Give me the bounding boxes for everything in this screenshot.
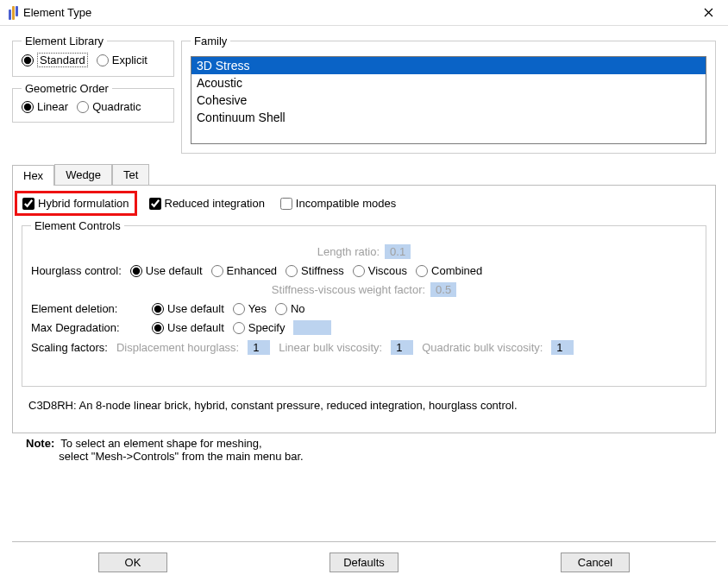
length-ratio-value: 0.1 xyxy=(385,244,411,259)
note: Note: To select an element shape for mes… xyxy=(26,437,702,463)
radio-linear[interactable]: Linear xyxy=(22,100,68,113)
sf-linear-value: 1 xyxy=(391,340,413,355)
check-incompatible[interactable]: Incompatible modes xyxy=(280,197,396,210)
sf-linear-label: Linear bulk viscosity: xyxy=(279,341,382,354)
radio-del-default[interactable]: Use default xyxy=(152,302,224,315)
radio-del-no[interactable]: No xyxy=(275,302,305,315)
geometric-order-group: Geometric Order Linear Quadratic xyxy=(12,82,174,123)
note-line1: To select an element shape for meshing, xyxy=(60,437,261,450)
svwf-label: Stiffness-viscous weight factor: xyxy=(272,283,425,296)
element-library-group: Element Library Standard Explicit xyxy=(12,35,174,77)
radio-del-yes[interactable]: Yes xyxy=(233,302,267,315)
tab-tet[interactable]: Tet xyxy=(112,164,149,185)
family-legend: Family xyxy=(191,35,230,47)
scaling-label: Scaling factors: xyxy=(31,341,108,354)
close-button[interactable] xyxy=(693,1,723,25)
close-icon xyxy=(704,8,713,17)
degradation-label: Max Degradation: xyxy=(31,321,143,334)
family-item[interactable]: 3D Stress xyxy=(191,57,706,74)
svwf-row: Stiffness-viscous weight factor: 0.5 xyxy=(31,282,697,297)
radio-hg-enhanced[interactable]: Enhanced xyxy=(211,264,278,277)
geometric-order-legend: Geometric Order xyxy=(22,82,112,95)
family-item[interactable]: Cohesive xyxy=(191,92,706,109)
app-icon xyxy=(9,6,18,20)
element-controls-legend: Element Controls xyxy=(31,219,124,232)
radio-quadratic[interactable]: Quadratic xyxy=(77,100,141,113)
deletion-label: Element deletion: xyxy=(31,302,143,315)
highlight-hybrid: Hybrid formulation xyxy=(15,191,137,216)
radio-hg-stiffness[interactable]: Stiffness xyxy=(286,264,344,277)
deg-specify-value xyxy=(293,320,331,335)
check-reduced[interactable]: Reduced integration xyxy=(149,197,265,210)
radio-hg-default[interactable]: Use default xyxy=(130,264,203,277)
sf-quad-value: 1 xyxy=(551,340,574,355)
cancel-button[interactable]: Cancel xyxy=(561,553,630,572)
svwf-value: 0.5 xyxy=(430,282,456,297)
defaults-button[interactable]: Defaults xyxy=(329,553,399,572)
radio-standard[interactable]: Standard xyxy=(22,53,88,67)
radio-hg-viscous[interactable]: Viscous xyxy=(353,264,407,277)
element-controls-scroll[interactable]: Length ratio: 0.1 Hourglass control: Use… xyxy=(22,232,706,386)
deletion-row: Element deletion: Use default Yes No xyxy=(31,302,697,315)
element-library-legend: Element Library xyxy=(22,35,107,47)
length-ratio-row: Length ratio: 0.1 xyxy=(31,244,697,259)
degradation-row: Max Degradation: Use default Specify xyxy=(31,320,697,335)
tab-content: Hybrid formulation Reduced integration I… xyxy=(12,185,716,433)
element-controls-group: Element Controls Length ratio: 0.1 Hourg… xyxy=(22,219,706,387)
tab-hex[interactable]: Hex xyxy=(12,165,54,186)
tab-wedge[interactable]: Wedge xyxy=(54,164,112,185)
tab-bar: Hex Wedge Tet xyxy=(12,164,716,185)
note-line2: select "Mesh->Controls" from the main me… xyxy=(59,450,303,463)
scaling-row: Scaling factors: Displacement hourglass:… xyxy=(31,340,697,355)
check-hybrid[interactable]: Hybrid formulation xyxy=(22,197,129,210)
sf-quad-label: Quadratic bulk viscosity: xyxy=(422,341,543,354)
element-description: C3D8RH: An 8-node linear brick, hybrid, … xyxy=(28,399,700,412)
hourglass-row: Hourglass control: Use default Enhanced … xyxy=(31,264,697,277)
hourglass-label: Hourglass control: xyxy=(31,264,122,277)
window-title: Element Type xyxy=(23,6,91,19)
sf-disp-label: Displacement hourglass: xyxy=(116,341,239,354)
radio-deg-default[interactable]: Use default xyxy=(152,321,224,334)
length-ratio-label: Length ratio: xyxy=(317,245,380,258)
ok-button[interactable]: OK xyxy=(98,553,167,572)
note-label: Note: xyxy=(26,437,54,450)
family-list[interactable]: 3D Stress Acoustic Cohesive Continuum Sh… xyxy=(191,56,706,144)
family-group: Family 3D Stress Acoustic Cohesive Conti… xyxy=(181,35,716,154)
button-bar: OK Defaults Cancel xyxy=(12,541,716,581)
radio-deg-specify[interactable]: Specify xyxy=(233,321,286,334)
family-item[interactable]: Acoustic xyxy=(191,74,706,92)
sf-disp-value: 1 xyxy=(248,340,270,355)
titlebar: Element Type xyxy=(0,0,728,26)
family-item[interactable]: Continuum Shell xyxy=(191,109,706,126)
radio-hg-combined[interactable]: Combined xyxy=(416,264,482,277)
radio-explicit[interactable]: Explicit xyxy=(97,54,147,66)
